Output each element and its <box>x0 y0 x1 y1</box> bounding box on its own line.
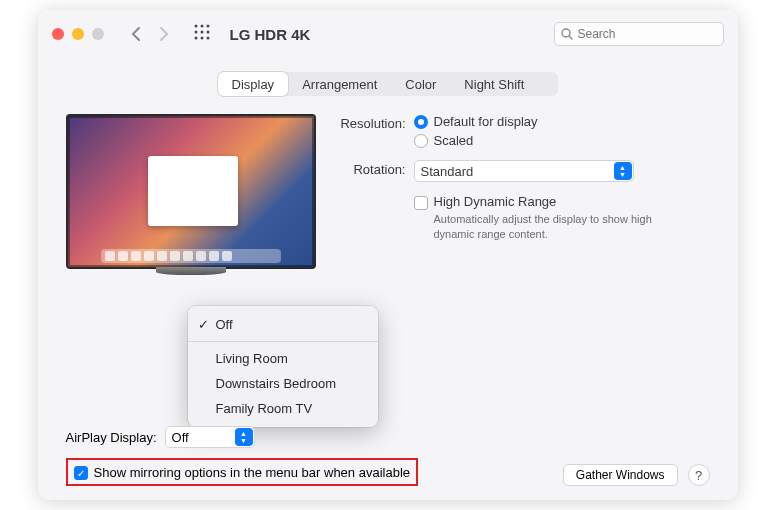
show-all-icon[interactable] <box>194 24 210 44</box>
close-icon[interactable] <box>52 28 64 40</box>
svg-point-1 <box>200 25 203 28</box>
airplay-menu-item-downstairs[interactable]: Downstairs Bedroom <box>188 371 378 396</box>
airplay-menu-item-family-room[interactable]: Family Room TV <box>188 396 378 421</box>
preferences-window: LG HDR 4K Display Arrangement Color Nigh… <box>38 10 738 500</box>
svg-point-8 <box>206 37 209 40</box>
settings-panel: Resolution: Default for display Scaled R… <box>336 114 710 269</box>
airplay-menu-item-living-room[interactable]: Living Room <box>188 346 378 371</box>
mirroring-checkbox-highlight: ✓ Show mirroring options in the menu bar… <box>66 458 419 486</box>
display-preview <box>66 114 316 269</box>
svg-point-3 <box>194 31 197 34</box>
traffic-lights <box>52 28 104 40</box>
radio-label: Scaled <box>434 133 474 148</box>
preview-window <box>148 156 238 226</box>
svg-point-4 <box>200 31 203 34</box>
select-value: Off <box>172 430 189 445</box>
zoom-icon <box>92 28 104 40</box>
airplay-row: AirPlay Display: Off ▲▼ <box>66 426 710 448</box>
gather-windows-button[interactable]: Gather Windows <box>563 464 678 486</box>
window-title: LG HDR 4K <box>230 26 311 43</box>
rotation-label: Rotation: <box>336 160 414 177</box>
svg-point-5 <box>206 31 209 34</box>
tab-display[interactable]: Display <box>218 72 289 96</box>
airplay-select[interactable]: Off ▲▼ <box>165 426 255 448</box>
forward-button <box>152 22 176 46</box>
content-area: Resolution: Default for display Scaled R… <box>38 96 738 269</box>
search-icon <box>561 28 573 40</box>
svg-point-2 <box>206 25 209 28</box>
titlebar: LG HDR 4K <box>38 10 738 58</box>
svg-point-6 <box>194 37 197 40</box>
tab-arrangement[interactable]: Arrangement <box>288 72 391 96</box>
resolution-scaled-radio[interactable]: Scaled <box>414 133 710 148</box>
radio-label: Default for display <box>434 114 538 129</box>
select-value: Standard <box>421 164 474 179</box>
svg-point-7 <box>200 37 203 40</box>
nav-buttons <box>124 22 176 46</box>
search-field[interactable] <box>554 22 724 46</box>
rotation-select[interactable]: Standard ▲▼ <box>414 160 634 182</box>
svg-point-0 <box>194 25 197 28</box>
resolution-label: Resolution: <box>336 114 414 131</box>
help-button[interactable]: ? <box>688 464 710 486</box>
bottom-panel: AirPlay Display: Off ▲▼ ✓ Show mirroring… <box>66 426 710 486</box>
checkbox-icon[interactable]: ✓ <box>74 466 88 480</box>
hdr-checkbox[interactable]: High Dynamic Range Automatically adjust … <box>414 194 710 242</box>
radio-icon <box>414 115 428 129</box>
chevron-updown-icon: ▲▼ <box>235 428 253 446</box>
checkbox-icon <box>414 196 428 210</box>
preview-dock <box>101 249 281 263</box>
svg-line-10 <box>569 36 572 39</box>
back-button[interactable] <box>124 22 148 46</box>
search-input[interactable] <box>578 27 717 41</box>
hdr-label: High Dynamic Range <box>434 194 664 209</box>
chevron-updown-icon: ▲▼ <box>614 162 632 180</box>
radio-icon <box>414 134 428 148</box>
tab-night-shift[interactable]: Night Shift <box>450 72 538 96</box>
hdr-hint: Automatically adjust the display to show… <box>434 212 664 242</box>
tab-color[interactable]: Color <box>391 72 450 96</box>
menu-separator <box>188 341 378 342</box>
monitor-icon <box>66 114 316 269</box>
minimize-icon[interactable] <box>72 28 84 40</box>
resolution-default-radio[interactable]: Default for display <box>414 114 710 129</box>
airplay-label: AirPlay Display: <box>66 430 157 445</box>
airplay-menu-item-off[interactable]: Off <box>188 312 378 337</box>
tab-bar: Display Arrangement Color Night Shift <box>218 72 558 96</box>
mirroring-label[interactable]: Show mirroring options in the menu bar w… <box>94 465 411 480</box>
airplay-menu: Off Living Room Downstairs Bedroom Famil… <box>188 306 378 427</box>
